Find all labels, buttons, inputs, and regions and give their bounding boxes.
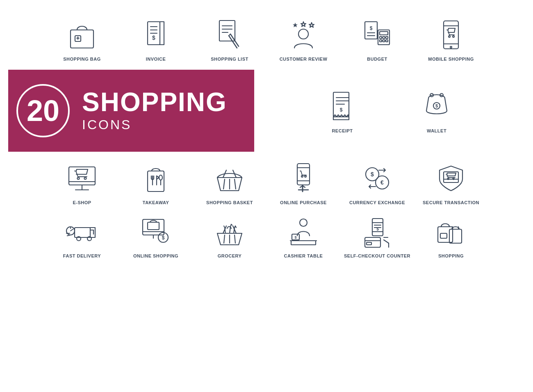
svg-text:$: $ bbox=[162, 235, 165, 241]
svg-rect-115 bbox=[440, 233, 447, 238]
grocery-label: GROCERY bbox=[218, 253, 242, 258]
svg-rect-29 bbox=[380, 40, 382, 42]
svg-line-15 bbox=[229, 34, 230, 36]
budget-label: BUDGET bbox=[367, 57, 387, 62]
icon-cell-mobile-shopping: MOBILE SHOPPING bbox=[414, 12, 488, 66]
icon-cell-cashier-table: $ CASHIER TABLE bbox=[266, 209, 340, 262]
grocery-icon bbox=[211, 213, 248, 250]
svg-point-16 bbox=[298, 29, 308, 39]
budget-icon: $ bbox=[359, 16, 396, 53]
svg-rect-54 bbox=[148, 171, 164, 191]
svg-line-95 bbox=[235, 235, 235, 243]
fast-delivery-label: FAST DELIVERY bbox=[63, 253, 101, 258]
invoice-label: INVOICE bbox=[146, 57, 166, 62]
svg-line-93 bbox=[224, 235, 225, 243]
currency-exchange-label: CURRENCY EXCHANGE bbox=[349, 200, 405, 205]
icon-cell-online-purchase: ONLINE PURCHASE bbox=[266, 156, 340, 209]
svg-rect-109 bbox=[367, 242, 371, 245]
svg-rect-31 bbox=[386, 40, 388, 42]
wallet-icon: $ bbox=[418, 88, 455, 125]
banner-left: 20 SHOPPING ICONS bbox=[8, 70, 254, 152]
svg-rect-30 bbox=[383, 40, 385, 42]
svg-point-53 bbox=[84, 178, 87, 180]
svg-rect-90 bbox=[148, 222, 159, 230]
online-purchase-label: ONLINE PURCHASE bbox=[280, 200, 327, 205]
shopping-list-label: SHOPPING LIST bbox=[211, 57, 248, 62]
fast-delivery-icon bbox=[64, 213, 100, 250]
svg-line-64 bbox=[235, 179, 236, 189]
svg-point-37 bbox=[453, 36, 454, 37]
svg-text:$: $ bbox=[294, 235, 296, 239]
banner-right: $ RECEIPT $ WALLET bbox=[254, 70, 525, 152]
banner-row: 20 SHOPPING ICONS $ bbox=[8, 70, 525, 152]
receipt-label: RECEIPT bbox=[332, 128, 353, 133]
svg-text:$: $ bbox=[371, 171, 374, 178]
svg-line-62 bbox=[223, 179, 225, 189]
icon-cell-shopping2: SHOPPING bbox=[414, 209, 488, 262]
svg-rect-26 bbox=[380, 36, 382, 39]
receipt-icon: $ bbox=[324, 88, 361, 125]
svg-rect-0 bbox=[71, 30, 93, 48]
customer-review-icon bbox=[285, 16, 322, 53]
svg-point-36 bbox=[449, 36, 450, 37]
mobile-shopping-icon bbox=[433, 16, 469, 53]
page-container: SHOPPING BAG $ INVOICE bbox=[0, 0, 533, 392]
icon-cell-currency-exchange: $ € CURRENCY EXCHANGE bbox=[340, 156, 414, 209]
svg-rect-27 bbox=[383, 36, 385, 39]
icon-cell-receipt: $ RECEIPT bbox=[305, 84, 379, 137]
customer-review-label: CUSTOMER REVIEW bbox=[280, 57, 328, 62]
icon-row-4: FAST DELIVERY $ ONLINE SHOPPING bbox=[8, 209, 525, 262]
svg-point-61 bbox=[159, 175, 162, 180]
svg-text:$: $ bbox=[340, 107, 343, 113]
icon-cell-budget: $ BUDGET bbox=[340, 12, 414, 66]
svg-point-96 bbox=[300, 219, 307, 226]
svg-marker-18 bbox=[301, 22, 306, 27]
icon-cell-shopping-bag: SHOPPING BAG bbox=[45, 12, 119, 66]
currency-exchange-icon: $ € bbox=[359, 160, 396, 197]
e-shop-icon bbox=[64, 160, 100, 197]
icon-cell-shopping-list: SHOPPING LIST bbox=[193, 12, 266, 66]
mobile-shopping-label: MOBILE SHOPPING bbox=[428, 57, 474, 62]
shopping-basket-label: SHOPPING BASKET bbox=[206, 200, 253, 205]
shopping2-label: SHOPPING bbox=[438, 253, 464, 258]
svg-line-111 bbox=[384, 240, 389, 243]
online-purchase-icon bbox=[285, 160, 322, 197]
svg-text:$: $ bbox=[152, 34, 155, 41]
banner-circle: 20 bbox=[16, 84, 70, 137]
icon-cell-e-shop: E-SHOP bbox=[45, 156, 119, 209]
svg-rect-114 bbox=[449, 229, 462, 243]
svg-point-35 bbox=[450, 46, 452, 48]
takeaway-label: TAKEAWAY bbox=[143, 200, 169, 205]
shopping-bag-label: SHOPPING BAG bbox=[63, 57, 101, 62]
svg-marker-19 bbox=[309, 23, 314, 27]
svg-text:$: $ bbox=[435, 103, 438, 108]
svg-text:€: € bbox=[380, 179, 384, 186]
online-shopping-icon: $ bbox=[137, 213, 174, 250]
shopping2-icon bbox=[433, 213, 469, 250]
icon-cell-takeaway: TAKEAWAY bbox=[119, 156, 193, 209]
shopping-list-icon bbox=[211, 16, 248, 53]
icon-cell-shopping-basket: SHOPPING BASKET bbox=[193, 156, 266, 209]
icon-cell-secure-transaction: SECURE TRANSACTION bbox=[414, 156, 488, 209]
cashier-table-icon: $ bbox=[285, 213, 322, 250]
self-checkout-icon: $ bbox=[359, 213, 396, 250]
svg-rect-65 bbox=[297, 164, 310, 185]
invoice-icon: $ bbox=[137, 16, 174, 53]
svg-text:$: $ bbox=[370, 25, 373, 31]
takeaway-icon bbox=[137, 160, 174, 197]
icon-cell-self-checkout: $ SELF-CHECKOUT COUNTER bbox=[340, 209, 414, 262]
self-checkout-label: SELF-CHECKOUT COUNTER bbox=[344, 253, 410, 258]
svg-point-52 bbox=[77, 178, 80, 180]
shopping-basket-icon bbox=[211, 160, 248, 197]
icon-cell-wallet: $ WALLET bbox=[400, 84, 474, 137]
svg-rect-28 bbox=[386, 36, 388, 39]
svg-marker-17 bbox=[293, 23, 298, 27]
svg-line-82 bbox=[71, 229, 73, 231]
secure-transaction-icon bbox=[433, 160, 469, 197]
icon-cell-customer-review: CUSTOMER REVIEW bbox=[266, 12, 340, 66]
svg-line-85 bbox=[67, 235, 71, 236]
banner-text-block: SHOPPING ICONS bbox=[82, 89, 227, 132]
icon-row-1: SHOPPING BAG $ INVOICE bbox=[8, 12, 525, 66]
online-shopping-label: ONLINE SHOPPING bbox=[133, 253, 178, 258]
svg-text:$: $ bbox=[376, 227, 379, 231]
